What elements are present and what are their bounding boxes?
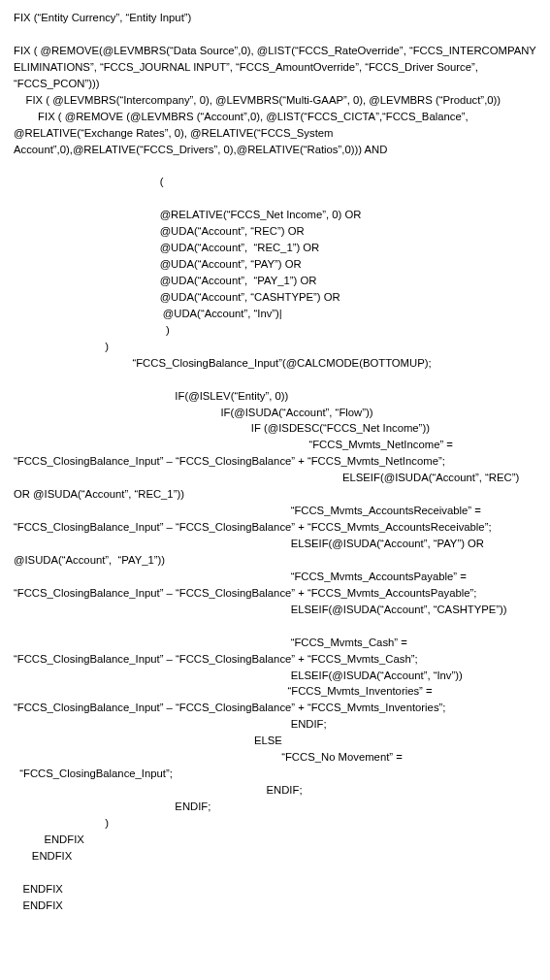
code-block: FIX (“Entity Currency”, “Entity Input”) … [14, 10, 536, 914]
